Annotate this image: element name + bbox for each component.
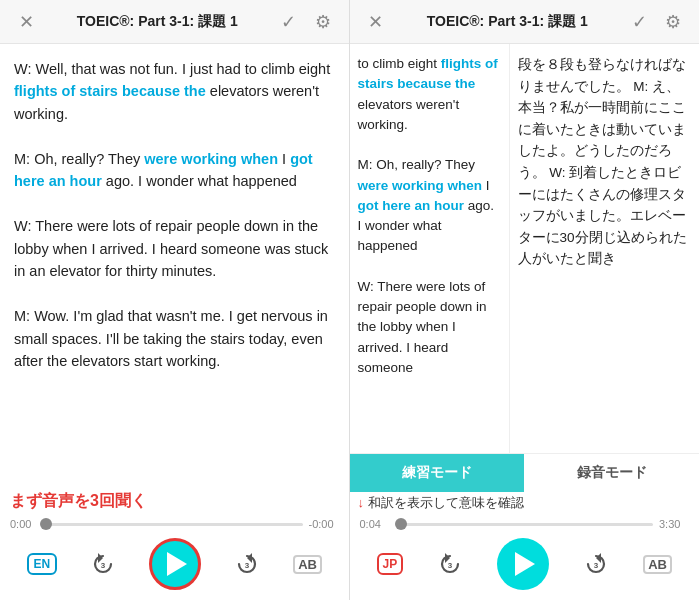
right-panel: ✕ TOEIC®: Part 3-1: 課題 1 ✓ ⚙ to climb ei… bbox=[350, 0, 700, 600]
right-play-icon bbox=[515, 552, 535, 576]
right-jp-column: 段を８段も登らなければなりませんでした。 M: え、本当？私が一時間前にここに着… bbox=[510, 44, 700, 453]
right-controls-bar: JP 3 3 AB bbox=[350, 532, 700, 600]
left-panel: ✕ TOEIC®: Part 3-1: 課題 1 ✓ ⚙ W: Well, th… bbox=[0, 0, 350, 600]
svg-text:3: 3 bbox=[448, 561, 453, 570]
right-gear-icon[interactable]: ⚙ bbox=[659, 11, 687, 33]
left-ab-button[interactable]: AB bbox=[293, 555, 322, 574]
left-instruction-bar: まず音声を3回聞く bbox=[0, 487, 349, 514]
right-content-area: to climb eight flights of stairs because… bbox=[350, 44, 700, 453]
right-instruction-arrow: ↓ bbox=[358, 495, 365, 510]
right-instruction-bar: ↓ 和訳を表示して意味を確認 bbox=[350, 492, 700, 514]
right-jp-text: 段を８段も登らなければなりませんでした。 M: え、本当？私が一時間前にここに着… bbox=[518, 54, 692, 270]
right-en-column: to climb eight flights of stairs because… bbox=[350, 44, 510, 453]
left-controls-bar: EN 3 3 AB bbox=[0, 532, 349, 600]
right-time-start: 0:04 bbox=[360, 518, 390, 530]
left-title: TOEIC®: Part 3-1: 課題 1 bbox=[40, 13, 275, 31]
left-forward3-icon: 3 bbox=[234, 551, 260, 577]
left-progress-track[interactable] bbox=[46, 523, 303, 526]
left-ab-icon: AB bbox=[293, 555, 322, 574]
left-instruction-text: まず音声を3回聞く bbox=[10, 492, 147, 509]
right-progress-container: 0:04 3:30 bbox=[350, 514, 700, 532]
right-ab-icon: AB bbox=[643, 555, 672, 574]
right-replay3-icon: 3 bbox=[437, 551, 463, 577]
right-lang-button[interactable]: JP bbox=[377, 553, 404, 575]
svg-text:3: 3 bbox=[101, 561, 106, 570]
left-lang-badge: EN bbox=[27, 553, 58, 575]
left-replay3-icon: 3 bbox=[90, 551, 116, 577]
right-replay3-button[interactable]: 3 bbox=[437, 551, 463, 577]
left-progress-thumb bbox=[40, 518, 52, 530]
left-gear-icon[interactable]: ⚙ bbox=[309, 11, 337, 33]
svg-text:3: 3 bbox=[245, 561, 250, 570]
right-close-icon[interactable]: ✕ bbox=[362, 11, 390, 33]
right-progress-track[interactable] bbox=[396, 523, 654, 526]
left-text: W: Well, that was not fun. I just had to… bbox=[14, 58, 335, 373]
right-ab-button[interactable]: AB bbox=[643, 555, 672, 574]
left-header: ✕ TOEIC®: Part 3-1: 課題 1 ✓ ⚙ bbox=[0, 0, 349, 44]
right-lang-badge: JP bbox=[377, 553, 404, 575]
left-content-area: W: Well, that was not fun. I just had to… bbox=[0, 44, 349, 487]
right-check-icon[interactable]: ✓ bbox=[625, 11, 653, 33]
right-header: ✕ TOEIC®: Part 3-1: 課題 1 ✓ ⚙ bbox=[350, 0, 700, 44]
svg-text:3: 3 bbox=[594, 561, 599, 570]
left-time-start: 0:00 bbox=[10, 518, 40, 530]
left-play-icon bbox=[167, 552, 187, 576]
left-check-icon[interactable]: ✓ bbox=[275, 11, 303, 33]
right-en-text: to climb eight flights of stairs because… bbox=[358, 54, 501, 378]
left-play-button[interactable] bbox=[149, 538, 201, 590]
left-forward3-button[interactable]: 3 bbox=[234, 551, 260, 577]
right-forward3-icon: 3 bbox=[583, 551, 609, 577]
right-record-mode-button[interactable]: 録音モード bbox=[524, 454, 699, 492]
right-time-end: 3:30 bbox=[659, 518, 689, 530]
left-time-end: -0:00 bbox=[309, 518, 339, 530]
left-replay3-button[interactable]: 3 bbox=[90, 551, 116, 577]
right-mode-bar: 練習モード 録音モード bbox=[350, 453, 700, 492]
right-play-button[interactable] bbox=[497, 538, 549, 590]
left-lang-button[interactable]: EN bbox=[27, 553, 58, 575]
right-practice-mode-button[interactable]: 練習モード bbox=[350, 454, 525, 492]
right-progress-thumb bbox=[395, 518, 407, 530]
right-title: TOEIC®: Part 3-1: 課題 1 bbox=[390, 13, 626, 31]
right-forward3-button[interactable]: 3 bbox=[583, 551, 609, 577]
left-close-icon[interactable]: ✕ bbox=[12, 11, 40, 33]
left-progress-container: 0:00 -0:00 bbox=[0, 514, 349, 532]
right-instruction-text: 和訳を表示して意味を確認 bbox=[368, 495, 524, 510]
